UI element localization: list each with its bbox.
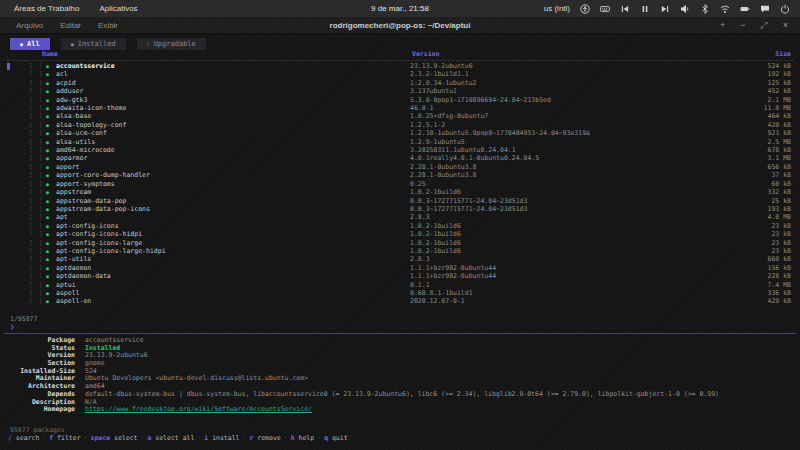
- media-next-icon[interactable]: [660, 4, 670, 14]
- package-row[interactable]: [ ]●apt-config-icons-large1.0.2-1build62…: [0, 239, 800, 247]
- accessibility-icon[interactable]: [580, 4, 590, 14]
- row-checkbox[interactable]: [ ]: [29, 213, 44, 221]
- row-checkbox[interactable]: [ ]: [29, 146, 44, 154]
- package-name: aspell: [56, 289, 79, 297]
- package-name: acl: [56, 70, 68, 78]
- tab-upgradable[interactable]: ↑Upgradable: [137, 38, 206, 50]
- row-checkbox[interactable]: [ ]: [29, 121, 44, 129]
- package-row[interactable]: [ ]●appstream-data-pop0.0.3~1727715771~2…: [0, 197, 800, 205]
- terminal-header-bar: ArquivoEditarExibir rodrigomecheri@pop-o…: [0, 17, 800, 34]
- package-row[interactable]: [ ]●apt-config-icons1.0.2-1build623 kB: [0, 222, 800, 230]
- system-tray: [580, 4, 790, 14]
- keyboard-icon[interactable]: [600, 4, 610, 14]
- package-row[interactable]: [ ]●alsa-utils1.2.9-1ubuntu52.5 MB: [0, 138, 800, 146]
- volume-icon[interactable]: [680, 4, 690, 14]
- package-row[interactable]: [ ]●alsa-base1.0.25+dfsg-0ubuntu7464 kB: [0, 112, 800, 120]
- package-row[interactable]: [ ]●apport-core-dump-handler2.28.1-0ubun…: [0, 171, 800, 179]
- filter-tabs: ●All●Installed↑Upgradable: [10, 38, 206, 50]
- battery-icon[interactable]: [740, 4, 750, 14]
- package-row[interactable]: [ ]●apparmor4.0.1really4.0.1-0ubuntu0.24…: [0, 154, 800, 162]
- row-checkbox[interactable]: [ ]: [29, 112, 44, 120]
- package-row[interactable]: [ ]●accountsservice23.13.9-2ubuntu6524 k…: [0, 62, 800, 70]
- package-version: 1.0.25+dfsg-0ubuntu7: [410, 112, 488, 120]
- package-row[interactable]: [ ]●acl2.3.2-1build1.1192 kB: [0, 70, 800, 78]
- maximize-button[interactable]: ⤢: [761, 21, 768, 30]
- power-icon[interactable]: [780, 4, 790, 14]
- package-version: 0.1.1: [410, 281, 430, 289]
- row-checkbox[interactable]: [ ]: [29, 247, 44, 255]
- row-checkbox[interactable]: [ ]: [29, 104, 44, 112]
- row-checkbox[interactable]: [ ]: [29, 205, 44, 213]
- row-checkbox[interactable]: [ ]: [29, 79, 44, 87]
- package-name: apt-utils: [56, 255, 91, 263]
- package-name: appstream-data-pop-icons: [56, 205, 150, 213]
- package-row[interactable]: [ ]●amd64-microcode3.20250311.1ubuntu0.2…: [0, 146, 800, 154]
- package-version: 2.28.1-0ubuntu3.8: [410, 171, 477, 179]
- column-header-version[interactable]: Version: [412, 50, 439, 58]
- package-row[interactable]: [ ]●adw-gtk35.3.0-0pop1~1710896694~24.04…: [0, 96, 800, 104]
- row-checkbox[interactable]: [ ]: [29, 87, 44, 95]
- package-row[interactable]: [ ]●appstream1.0.2-1build6332 kB: [0, 188, 800, 196]
- row-checkbox[interactable]: [ ]: [29, 239, 44, 247]
- row-checkbox[interactable]: [ ]: [29, 222, 44, 230]
- package-size: 524 kB: [768, 62, 791, 70]
- chat-icon[interactable]: [760, 4, 770, 14]
- row-checkbox[interactable]: [ ]: [29, 70, 44, 78]
- package-name: apt: [56, 213, 68, 221]
- package-row[interactable]: [ ]●apt-utils2.8.3660 kB: [0, 255, 800, 263]
- row-checkbox[interactable]: [ ]: [29, 180, 44, 188]
- package-row[interactable]: [ ]●appstream-data-pop-icons0.0.3~172771…: [0, 205, 800, 213]
- column-header-name[interactable]: Name: [42, 50, 58, 58]
- new-tab-button[interactable]: +: [720, 21, 725, 30]
- row-checkbox[interactable]: [ ]: [29, 154, 44, 162]
- bluetooth-icon[interactable]: [700, 4, 710, 14]
- row-checkbox[interactable]: [ ]: [29, 289, 44, 297]
- tab-all[interactable]: ●All: [10, 38, 50, 50]
- keybind-bar: / search·f filter·space select·a select …: [8, 434, 348, 442]
- homepage-link[interactable]: https://www.freedesktop.org/wiki/Softwar…: [85, 406, 312, 414]
- package-row[interactable]: [ ]●aspell-en2020.12.07-0-1429 kB: [0, 297, 800, 305]
- package-row[interactable]: [ ]●apt-config-icons-large-hidpi1.0.2-1b…: [0, 247, 800, 255]
- package-row[interactable]: [ ]●alsa-ucm-conf1.2.10-1ubuntu5.9pop0~1…: [0, 129, 800, 137]
- row-checkbox[interactable]: [ ]: [29, 297, 44, 305]
- package-version: 1.2.10-1ubuntu5.9pop0~1770404953~24.04~9…: [410, 129, 590, 137]
- row-checkbox[interactable]: [ ]: [29, 129, 44, 137]
- package-row[interactable]: [ ]●apport2.28.1-0ubuntu3.8656 kB: [0, 163, 800, 171]
- installed-dot-icon: ●: [46, 163, 49, 171]
- package-row[interactable]: [ ]●apt2.8.34.0 MB: [0, 213, 800, 221]
- row-checkbox[interactable]: [ ]: [29, 96, 44, 104]
- minimize-button[interactable]: −: [740, 21, 745, 30]
- row-checkbox[interactable]: [ ]: [29, 138, 44, 146]
- package-row[interactable]: [ ]●apt-config-icons-hidpi1.0.2-1build62…: [0, 230, 800, 238]
- close-button[interactable]: ×: [783, 21, 788, 30]
- package-row[interactable]: [ ]●acpid1:2.0.34-1ubuntu2125 kB: [0, 79, 800, 87]
- package-row[interactable]: [ ]●apport-symptoms0.2560 kB: [0, 180, 800, 188]
- row-checkbox[interactable]: [ ]: [29, 188, 44, 196]
- row-checkbox[interactable]: [ ]: [29, 230, 44, 238]
- column-header-size[interactable]: Size: [775, 50, 791, 58]
- package-size: 23 kB: [771, 230, 791, 238]
- package-row[interactable]: [ ]●aptdaemon-data1.1.1+bzr982-0ubuntu44…: [0, 272, 800, 280]
- row-checkbox[interactable]: [ ]: [29, 264, 44, 272]
- package-version: 1.2.9-1ubuntu5: [410, 138, 465, 146]
- media-previous-icon[interactable]: [620, 4, 630, 14]
- row-checkbox[interactable]: [ ]: [29, 197, 44, 205]
- input-source-indicator[interactable]: us (intl): [544, 4, 570, 13]
- package-name: adwaita-icon-theme: [56, 104, 126, 112]
- row-checkbox[interactable]: [ ]: [29, 272, 44, 280]
- package-row[interactable]: [ ]●aptui0.1.17.4 MB: [0, 281, 800, 289]
- row-checkbox[interactable]: [ ]: [29, 255, 44, 263]
- package-row[interactable]: [ ]●aptdaemon1.1.1+bzr982-0ubuntu44156 k…: [0, 264, 800, 272]
- package-row[interactable]: [ ]●aspell0.60.8.1-1build1336 kB: [0, 289, 800, 297]
- keybind-quit: q quit: [324, 434, 348, 442]
- row-checkbox[interactable]: [ ]: [29, 281, 44, 289]
- row-checkbox[interactable]: [ ]: [29, 171, 44, 179]
- row-checkbox[interactable]: [ ]: [29, 163, 44, 171]
- wifi-icon[interactable]: [720, 4, 730, 14]
- row-checkbox[interactable]: [ ]: [29, 62, 44, 70]
- tab-installed[interactable]: ●Installed: [61, 38, 126, 50]
- package-row[interactable]: [ ]●adduser3.137ubuntu1452 kB: [0, 87, 800, 95]
- media-pause-icon[interactable]: [640, 4, 650, 14]
- package-row[interactable]: [ ]●alsa-topology-conf1.2.5.1-2420 kB: [0, 121, 800, 129]
- package-row[interactable]: [ ]●adwaita-icon-theme46.0-111.8 MB: [0, 104, 800, 112]
